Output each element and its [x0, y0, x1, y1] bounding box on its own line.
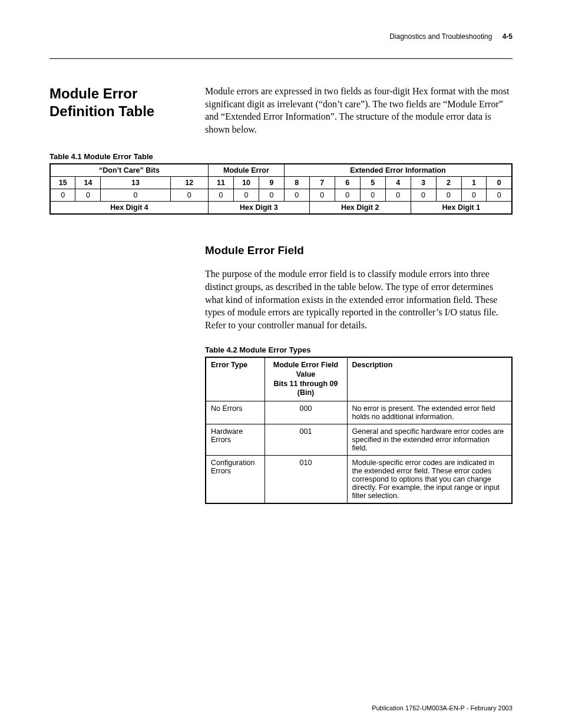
group-header-extended: Extended Error Information	[284, 164, 512, 177]
cell-description: General and specific hardware error code…	[347, 424, 512, 455]
table-row: Error Type Module Error Field Value Bits…	[206, 357, 512, 401]
table-row: 0 0 0 0 0 0 0 0 0 0 0 0 0 0 0 0	[50, 189, 512, 202]
section-title: Module Error Definition Table	[49, 85, 203, 120]
bit-number: 3	[411, 177, 436, 189]
bit-number: 8	[284, 177, 309, 189]
bit-number: 4	[385, 177, 411, 189]
section-body-column: Module errors are expressed in two field…	[203, 85, 513, 136]
section-module-error-field: Module Error Field The purpose of the mo…	[49, 244, 513, 503]
subsection-paragraph: The purpose of the module error field is…	[205, 268, 513, 331]
running-header: Diagnostics and Troubleshooting 4-5	[49, 32, 513, 41]
subsection-title: Module Error Field	[205, 244, 513, 257]
col-header-error-type: Error Type	[206, 357, 265, 401]
cell-description: No error is present. The extended error …	[347, 401, 512, 424]
hex-digit-label: Hex Digit 1	[411, 202, 512, 215]
cell-value: 000	[265, 401, 347, 424]
col-header-value: Module Error Field Value Bits 11 through…	[265, 357, 347, 401]
bit-value: 0	[284, 189, 309, 202]
bit-value: 0	[259, 189, 284, 202]
section-intro: Module errors are expressed in two field…	[205, 85, 513, 136]
cell-description: Module-specific error codes are indicate…	[347, 455, 512, 503]
table-row: Hex Digit 4 Hex Digit 3 Hex Digit 2 Hex …	[50, 202, 512, 215]
table-row: No Errors 000 No error is present. The e…	[206, 401, 512, 424]
bit-number: 7	[309, 177, 335, 189]
bit-value: 0	[487, 189, 512, 202]
cell-error-type: Configuration Errors	[206, 455, 265, 503]
bit-number: 14	[75, 177, 101, 189]
col-header-value-l1: Module Error Field Value	[273, 361, 338, 378]
table-4-1-caption: Table 4.1 Module Error Table	[49, 152, 513, 161]
bit-number: 15	[50, 177, 75, 189]
footer-publication: Publication 1762-UM003A-EN-P - February …	[372, 704, 513, 711]
bit-value: 0	[101, 189, 170, 202]
cell-error-type: No Errors	[206, 401, 265, 424]
cell-value: 010	[265, 455, 347, 503]
table-row: “Don’t Care” Bits Module Error Extended …	[50, 164, 512, 177]
bit-number: 2	[436, 177, 461, 189]
bit-value: 0	[360, 189, 385, 202]
table-row: Configuration Errors 010 Module-specific…	[206, 455, 512, 503]
page: Diagnostics and Troubleshooting 4-5 Modu…	[0, 0, 562, 728]
bit-number: 1	[461, 177, 487, 189]
bit-value: 0	[411, 189, 436, 202]
bit-number: 11	[208, 177, 233, 189]
table-4-1: “Don’t Care” Bits Module Error Extended …	[49, 163, 513, 215]
col-header-description: Description	[347, 357, 512, 401]
table-row: 15 14 13 12 11 10 9 8 7 6 5 4 3 2 1 0	[50, 177, 512, 189]
page-number: 4-5	[503, 32, 513, 41]
section-title-column: Module Error Definition Table	[49, 85, 203, 136]
section-body-column: Module Error Field The purpose of the mo…	[203, 244, 513, 503]
col-header-value-l2: Bits 11 through 09 (Bin)	[273, 380, 338, 397]
group-header-dont-care: “Don’t Care” Bits	[50, 164, 208, 177]
section-title-column	[49, 244, 203, 503]
bit-number: 10	[233, 177, 259, 189]
bit-number: 13	[101, 177, 170, 189]
bit-number: 12	[170, 177, 208, 189]
table-4-2-caption: Table 4.2 Module Error Types	[205, 345, 513, 354]
cell-value: 001	[265, 424, 347, 455]
bit-value: 0	[233, 189, 259, 202]
group-header-module-error: Module Error	[208, 164, 284, 177]
bit-number: 0	[487, 177, 512, 189]
bit-value: 0	[436, 189, 461, 202]
bit-value: 0	[309, 189, 335, 202]
hex-digit-label: Hex Digit 2	[309, 202, 411, 215]
header-rule	[49, 58, 513, 59]
bit-number: 5	[360, 177, 385, 189]
section-module-error-definition: Module Error Definition Table Module err…	[49, 85, 513, 136]
bit-number: 6	[335, 177, 360, 189]
hex-digit-label: Hex Digit 4	[50, 202, 208, 215]
bit-value: 0	[335, 189, 360, 202]
bit-value: 0	[208, 189, 233, 202]
running-title: Diagnostics and Troubleshooting	[389, 32, 492, 41]
cell-error-type: Hardware Errors	[206, 424, 265, 455]
hex-digit-label: Hex Digit 3	[208, 202, 309, 215]
bit-value: 0	[170, 189, 208, 202]
table-row: Hardware Errors 001 General and specific…	[206, 424, 512, 455]
bit-number: 9	[259, 177, 284, 189]
bit-value: 0	[385, 189, 411, 202]
table-4-2: Error Type Module Error Field Value Bits…	[205, 357, 513, 504]
bit-value: 0	[461, 189, 487, 202]
bit-value: 0	[75, 189, 101, 202]
bit-value: 0	[50, 189, 75, 202]
